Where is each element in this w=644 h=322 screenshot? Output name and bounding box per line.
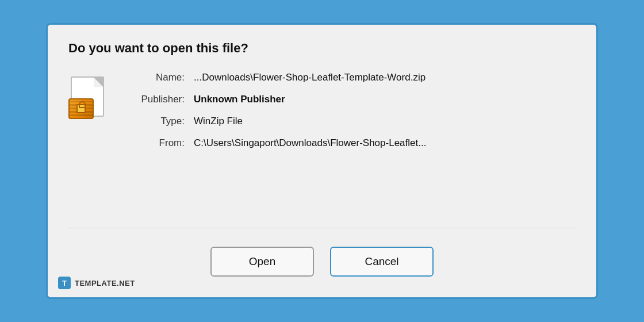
name-value: ...Downloads\Flower-Shop-Leaflet-Templat… bbox=[194, 72, 425, 83]
file-icon bbox=[68, 74, 110, 120]
publisher-row: Publisher: Unknown Publisher bbox=[121, 94, 576, 105]
zip-badge-icon bbox=[68, 98, 94, 119]
open-file-dialog: Do you want to open this file? Name: ...… bbox=[46, 23, 598, 299]
watermark-icon: T bbox=[58, 277, 71, 289]
dialog-content: Name: ...Downloads\Flower-Shop-Leaflet-T… bbox=[68, 70, 576, 217]
type-row: Type: WinZip File bbox=[121, 116, 576, 127]
publisher-value: Unknown Publisher bbox=[194, 94, 285, 105]
watermark-text: TEMPLATE.NET bbox=[75, 279, 135, 288]
open-button[interactable]: Open bbox=[210, 247, 314, 277]
watermark: T TEMPLATE.NET bbox=[58, 277, 135, 289]
type-label: Type: bbox=[121, 116, 185, 127]
name-label: Name: bbox=[121, 72, 185, 83]
file-info-table: Name: ...Downloads\Flower-Shop-Leaflet-T… bbox=[121, 72, 576, 149]
dialog-title: Do you want to open this file? bbox=[68, 41, 576, 56]
divider bbox=[68, 228, 576, 228]
from-label: From: bbox=[121, 137, 185, 149]
cancel-button[interactable]: Cancel bbox=[330, 247, 434, 277]
type-value: WinZip File bbox=[194, 116, 243, 127]
name-row: Name: ...Downloads\Flower-Shop-Leaflet-T… bbox=[121, 72, 576, 83]
from-value: C:\Users\Singaport\Downloads\Flower-Shop… bbox=[194, 137, 426, 149]
from-row: From: C:\Users\Singaport\Downloads\Flowe… bbox=[121, 137, 576, 149]
publisher-label: Publisher: bbox=[121, 94, 185, 105]
dialog-footer: Open Cancel bbox=[68, 247, 576, 281]
